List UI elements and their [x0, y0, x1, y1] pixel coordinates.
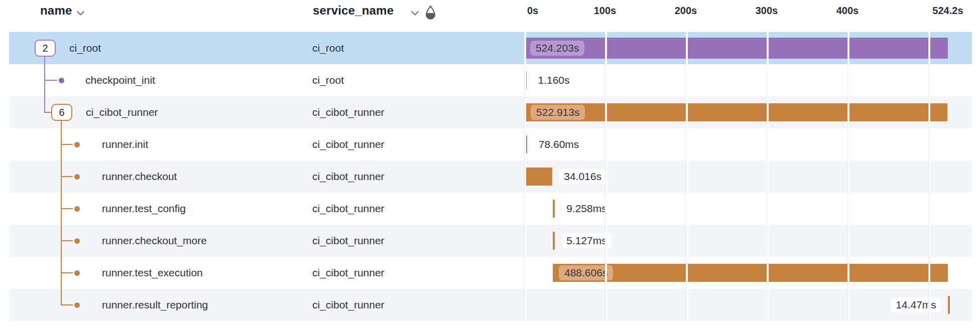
axis-tick-label: 200s [675, 5, 697, 17]
axis-tick-label: 300s [756, 5, 778, 17]
table-row[interactable]: ci_root ci_root 524.203s [9, 32, 972, 64]
span-duration-label: 78.60ms [534, 137, 584, 152]
span-duration-label: 9.258ms [562, 201, 611, 216]
span-service: ci_cibot_runner [312, 106, 385, 118]
axis-tick-label: 100s [594, 5, 617, 17]
span-duration-bar[interactable] [524, 38, 948, 59]
service-name-column-header[interactable]: service_name [313, 4, 394, 18]
span-duration-label: 1.160s [534, 73, 574, 88]
span-name: ci_cibot_runner [86, 106, 158, 118]
axis-end-label: 524.2s [932, 5, 963, 17]
span-service: ci_cibot_runner [312, 171, 385, 183]
trace-waterfall-view: name service_name 0s100s200s300s400s524.… [0, 0, 980, 330]
span-duration-bar[interactable] [553, 232, 555, 250]
span-name: checkpoint_init [85, 74, 155, 86]
table-row[interactable]: checkpoint_init ci_root 1.160s [9, 64, 972, 96]
child-count-badge[interactable]: 6 [51, 104, 72, 121]
span-name: runner.checkout_more [102, 235, 207, 247]
span-service: ci_root [312, 42, 344, 54]
span-duration-label: 522.913s [531, 105, 585, 120]
axis-tick-label: 400s [836, 5, 859, 17]
span-service: ci_cibot_runner [312, 203, 385, 215]
table-row[interactable]: runner.test_config ci_cibot_runner 9.258… [9, 193, 972, 225]
name-column-header[interactable]: name [40, 4, 72, 18]
span-duration-bar[interactable] [525, 168, 552, 186]
span-name: runner.test_execution [102, 267, 203, 279]
span-name: runner.init [102, 138, 148, 150]
table-row[interactable]: runner.test_execution ci_cibot_runner 48… [9, 257, 972, 289]
span-duration-label: 5.127ms [562, 233, 611, 248]
span-name: runner.result_reporting [102, 299, 208, 311]
chevron-down-icon[interactable] [411, 9, 419, 18]
span-service: ci_cibot_runner [312, 299, 385, 311]
table-row[interactable]: ci_cibot_runner ci_cibot_runner 522.913s [9, 96, 972, 128]
child-count-badge[interactable]: 2 [35, 40, 56, 57]
span-name: ci_root [69, 42, 101, 54]
span-duration-label: 34.016s [559, 169, 606, 184]
span-service: ci_cibot_runner [312, 235, 385, 247]
chevron-down-icon[interactable] [76, 9, 85, 18]
span-duration-bar[interactable] [948, 296, 950, 314]
span-duration-bar[interactable] [525, 103, 947, 121]
table-row[interactable]: runner.checkout_more ci_cibot_runner 5.1… [9, 225, 972, 257]
span-list: ci_root ci_root 524.203s checkpoint_init… [9, 32, 972, 321]
span-duration-label: 14.47ms [891, 297, 941, 312]
span-name: runner.checkout [102, 171, 177, 183]
table-row[interactable]: runner.init ci_cibot_runner 78.60ms [9, 128, 972, 160]
span-duration-label: 524.203s [530, 41, 584, 56]
table-row[interactable]: runner.checkout ci_cibot_runner 34.016s [9, 160, 972, 193]
span-duration-bar[interactable] [524, 71, 527, 89]
span-duration-bar[interactable] [553, 200, 555, 218]
span-duration-bar[interactable] [525, 135, 527, 153]
span-duration-label: 488.606s [559, 265, 613, 280]
span-service: ci_cibot_runner [312, 267, 385, 279]
droplet-icon[interactable] [424, 5, 437, 23]
span-service: ci_cibot_runner [312, 138, 385, 150]
table-row[interactable]: runner.result_reporting ci_cibot_runner … [9, 289, 972, 321]
span-name: runner.test_config [102, 203, 186, 215]
span-service: ci_root [312, 74, 344, 86]
axis-tick-label: 0s [527, 5, 538, 17]
